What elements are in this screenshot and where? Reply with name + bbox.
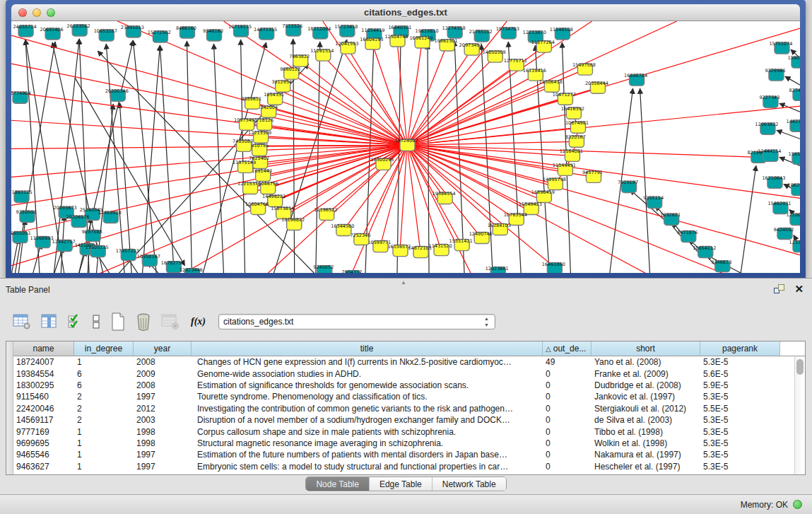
- table-cell[interactable]: 9777169: [13, 427, 74, 437]
- column-header-title[interactable]: title: [192, 341, 543, 356]
- table-cell[interactable]: 14569117: [13, 415, 74, 425]
- table-cell[interactable]: 9699695: [13, 438, 74, 448]
- zoom-window-icon[interactable]: [47, 8, 55, 17]
- table-cell[interactable]: 22420046: [13, 404, 74, 414]
- selection-mode-icon[interactable]: [68, 311, 82, 332]
- table-cell[interactable]: 18300295: [13, 380, 74, 390]
- minimize-window-icon[interactable]: [33, 8, 41, 17]
- table-cell[interactable]: 1: [74, 462, 134, 472]
- table-cell[interactable]: 0: [543, 462, 592, 472]
- table-cell[interactable]: 0: [543, 415, 592, 425]
- table-cell[interactable]: 0: [543, 450, 592, 460]
- table-cell[interactable]: Nakamura et al. (1997): [592, 450, 700, 460]
- table-cell[interactable]: Hescheler et al. (1997): [592, 462, 700, 472]
- column-header-pagerank[interactable]: pagerank: [700, 341, 780, 356]
- table-cell[interactable]: 2009: [134, 369, 192, 379]
- table-cell[interactable]: Changes of HCN gene expression and I(f) …: [192, 357, 543, 367]
- table-cell[interactable]: Estimation of the future numbers of pati…: [192, 450, 543, 460]
- panel-splitter-handle[interactable]: ▲: [401, 279, 406, 286]
- table-cell[interactable]: 5.3E-5: [700, 450, 780, 460]
- table-cell[interactable]: 2008: [134, 380, 192, 390]
- table-cell[interactable]: 1997: [134, 392, 192, 402]
- table-cell[interactable]: 1: [74, 438, 134, 448]
- table-cell[interactable]: Dudbridge et al. (2008): [592, 380, 700, 390]
- float-panel-icon[interactable]: [774, 284, 784, 293]
- tab-edge-table[interactable]: Edge Table: [369, 477, 432, 491]
- table-row[interactable]: 946362711997Embryonic stem cells: a mode…: [13, 461, 794, 472]
- table-cell[interactable]: 18724007: [13, 357, 74, 367]
- table-row[interactable]: 1456911722003Disruption of a novel membe…: [13, 414, 794, 426]
- table-cell[interactable]: 5.3E-5: [700, 438, 780, 448]
- table-cell[interactable]: Franke et al. (2009): [592, 369, 700, 379]
- table-cell[interactable]: Tibbo et al. (1998): [592, 427, 700, 437]
- table-options-icon[interactable]: [13, 311, 31, 332]
- table-cell[interactable]: Estimation of significance thresholds fo…: [192, 380, 543, 390]
- table-cell[interactable]: 9115460: [13, 392, 74, 402]
- table-cell[interactable]: 1998: [134, 438, 192, 448]
- table-row[interactable]: 969969511998Structural magnetic resonanc…: [13, 438, 794, 449]
- table-cell[interactable]: 49: [543, 357, 592, 367]
- scrollbar-thumb[interactable]: [796, 359, 804, 375]
- table-cell[interactable]: 5.6E-5: [700, 369, 780, 379]
- table-cell[interactable]: Corpus callosum shape and size in male p…: [192, 427, 543, 437]
- row-height-icon[interactable]: [92, 311, 100, 332]
- table-cell[interactable]: 1997: [134, 450, 192, 460]
- table-cell[interactable]: 0: [543, 427, 592, 437]
- table-cell[interactable]: 1: [74, 450, 134, 460]
- table-cell[interactable]: 0: [543, 380, 592, 390]
- table-cell[interactable]: de Silva et al. (2003): [592, 415, 700, 425]
- table-cell[interactable]: 6: [74, 369, 134, 379]
- table-cell[interactable]: 1: [74, 357, 134, 367]
- close-window-icon[interactable]: [18, 8, 27, 17]
- tab-network-table[interactable]: Network Table: [432, 477, 506, 491]
- column-visibility-icon[interactable]: [41, 311, 58, 332]
- table-cell[interactable]: 5.3E-5: [700, 415, 780, 425]
- window-titlebar[interactable]: citations_edges.txt: [11, 4, 800, 21]
- table-row[interactable]: 911546021997Tourette syndrome. Phenomeno…: [13, 391, 794, 402]
- table-row[interactable]: 2242004622012Investigating the contribut…: [13, 403, 794, 414]
- table-cell[interactable]: 5.5E-5: [700, 404, 780, 414]
- table-cell[interactable]: 2012: [134, 404, 192, 414]
- table-cell[interactable]: 2: [74, 415, 134, 425]
- table-cell[interactable]: 2003: [134, 415, 192, 425]
- table-cell[interactable]: 5.3E-5: [700, 462, 780, 472]
- table-cell[interactable]: 2008: [134, 357, 192, 367]
- table-row[interactable]: 1938455462009Genome-wide association stu…: [13, 368, 794, 379]
- table-row[interactable]: 946554611997Estimation of the future num…: [13, 449, 794, 460]
- table-cell[interactable]: Genome-wide association studies in ADHD.: [192, 369, 543, 379]
- table-cell[interactable]: 1998: [134, 427, 192, 437]
- table-cell[interactable]: 5.3E-5: [700, 427, 780, 437]
- column-header-out_de[interactable]: △out_de...: [543, 341, 592, 356]
- table-cell[interactable]: Disruption of a novel member of a sodium…: [192, 415, 543, 425]
- table-cell[interactable]: Tourette syndrome. Phenomenology and cla…: [192, 392, 543, 402]
- table-cell[interactable]: Stergiakouli et al. (2012): [592, 404, 700, 414]
- table-cell[interactable]: Structural magnetic resonance image aver…: [192, 438, 543, 448]
- table-vertical-scrollbar[interactable]: [794, 356, 805, 474]
- table-cell[interactable]: 1997: [134, 462, 192, 472]
- table-cell[interactable]: 6: [74, 380, 134, 390]
- table-source-dropdown[interactable]: citations_edges.txt ▲▼: [218, 314, 495, 329]
- table-cell[interactable]: 5.3E-5: [700, 392, 780, 402]
- table-cell[interactable]: Yano et al. (2008): [592, 357, 700, 367]
- close-panel-icon[interactable]: ✕: [794, 284, 804, 293]
- table-cell[interactable]: 9465546: [13, 450, 74, 460]
- table-cell[interactable]: 0: [543, 404, 592, 414]
- table-row[interactable]: 977716911998Corpus callosum shape and si…: [13, 426, 794, 437]
- table-cell[interactable]: 5.3E-5: [700, 357, 780, 367]
- new-document-icon[interactable]: [110, 311, 126, 332]
- table-cell[interactable]: Wolkin et al. (1998): [592, 438, 700, 448]
- table-cell[interactable]: 5.9E-5: [700, 380, 780, 390]
- table-cell[interactable]: Investigating the contribution of common…: [192, 404, 543, 414]
- table-cell[interactable]: 0: [543, 369, 592, 379]
- table-cell[interactable]: 0: [543, 392, 592, 402]
- column-header-short[interactable]: short: [592, 341, 700, 356]
- table-cell[interactable]: 0: [543, 438, 592, 448]
- function-builder-icon[interactable]: f(x): [191, 316, 206, 327]
- table-cell[interactable]: Jankovic et al. (1997): [592, 392, 700, 402]
- column-header-in_degree[interactable]: in_degree: [74, 341, 134, 356]
- table-cell[interactable]: 19384554: [13, 369, 74, 379]
- column-header-year[interactable]: year: [134, 341, 192, 356]
- table-cell[interactable]: 1: [74, 427, 134, 437]
- table-cell[interactable]: Embryonic stem cells: a model to study s…: [192, 462, 543, 472]
- table-row[interactable]: 1872400712008Changes of HCN gene express…: [13, 356, 794, 368]
